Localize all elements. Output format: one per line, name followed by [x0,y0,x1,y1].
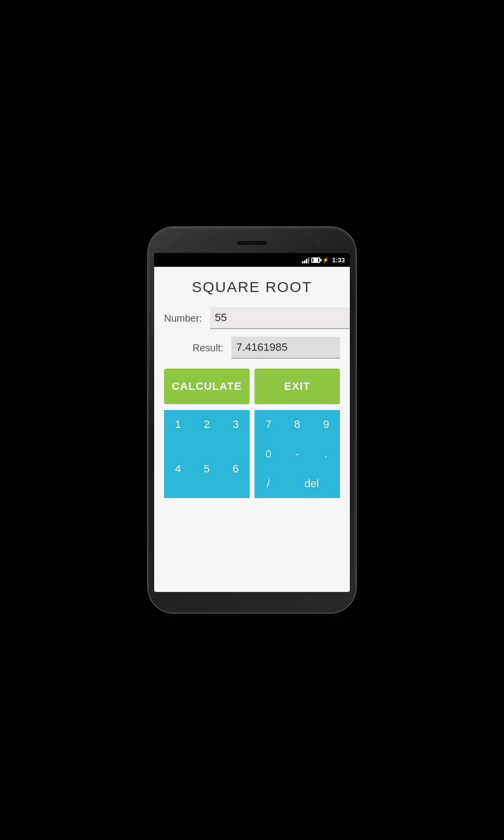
phone-camera [315,241,320,246]
key-1[interactable]: 1 [164,410,192,439]
app-title: SQUARE ROOT [164,279,340,295]
keypad-row: 1 2 3 4 5 6 7 8 9 0 - . / del [164,410,340,498]
phone-screen: ⚡ 1:33 SQUARE ROOT Number: Result: 7.416… [154,253,350,592]
number-input-row: Number: [164,307,340,329]
keypad-right: 7 8 9 0 - . / del [254,410,340,498]
signal-indicator [302,256,309,263]
phone-bottom-bar [154,592,350,607]
action-row: CALCULATE EXIT [164,369,340,404]
key-minus[interactable]: - [283,440,311,468]
phone-top-bar [154,233,350,253]
number-input[interactable] [210,307,350,329]
result-row: Result: 7.4161985 [164,337,340,359]
key-5[interactable]: 5 [193,455,220,483]
key-2[interactable]: 2 [193,410,220,439]
keypad-left: 1 2 3 4 5 6 [164,410,250,498]
charging-icon: ⚡ [322,257,329,263]
battery-icon [311,257,320,263]
key-0[interactable]: 0 [254,440,282,468]
signal-bar-4 [308,257,309,263]
key-dot[interactable]: . [312,440,340,468]
key-7[interactable]: 7 [254,410,282,439]
status-time: 1:33 [332,256,345,264]
number-label: Number: [164,313,202,324]
key-4[interactable]: 4 [164,455,192,483]
signal-bar-2 [304,260,305,263]
result-label: Result: [164,342,223,354]
signal-bar-3 [306,259,307,263]
exit-button[interactable]: EXIT [254,369,340,404]
key-8[interactable]: 8 [283,410,311,439]
key-6[interactable]: 6 [222,455,250,483]
battery-fill [313,258,318,262]
app-screen: SQUARE ROOT Number: Result: 7.4161985 CA… [154,267,350,592]
result-field: 7.4161985 [231,337,340,359]
signal-bar-1 [302,261,303,263]
phone-speaker [237,241,267,245]
key-del[interactable]: del [283,469,340,498]
calculate-button[interactable]: CALCULATE [164,369,250,404]
key-9[interactable]: 9 [312,410,340,439]
status-bar: ⚡ 1:33 [154,253,350,267]
phone-frame: ⚡ 1:33 SQUARE ROOT Number: Result: 7.416… [148,227,356,613]
key-slash[interactable]: / [254,469,282,498]
key-3[interactable]: 3 [222,410,250,439]
